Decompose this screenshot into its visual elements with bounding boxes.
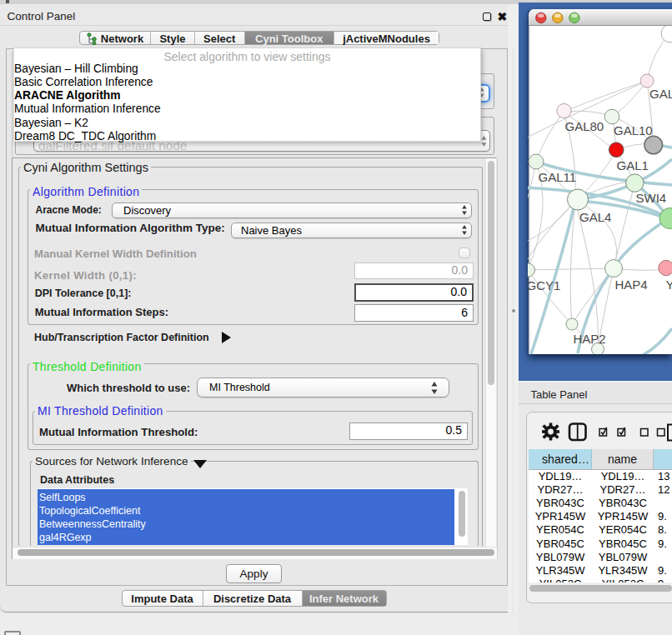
svg-text:GAL: GAL — [649, 87, 672, 101]
svg-text:GAL1: GAL1 — [617, 158, 649, 172]
svg-text:GAL10: GAL10 — [614, 123, 653, 138]
svg-text:HAP4: HAP4 — [615, 278, 648, 292]
svg-text:GAL4: GAL4 — [579, 210, 611, 224]
svg-text:GAL80: GAL80 — [565, 119, 604, 133]
svg-text:GCY1: GCY1 — [528, 278, 560, 292]
svg-text:HAP2: HAP2 — [574, 332, 606, 346]
svg-text:Y: Y — [666, 278, 672, 292]
svg-text:GAL11: GAL11 — [539, 170, 577, 184]
svg-text:SWI4: SWI4 — [636, 191, 667, 205]
